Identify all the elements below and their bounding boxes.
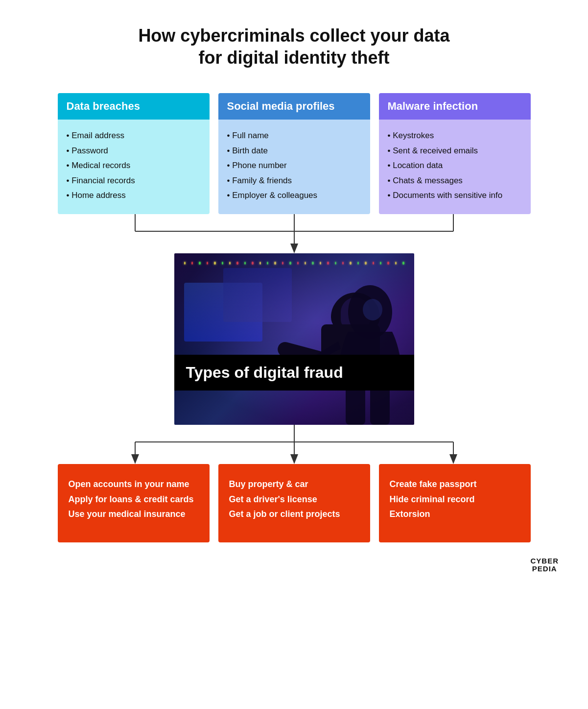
social-media-body: Full name Birth date Phone number Family…: [218, 120, 370, 214]
hacker-svg: [297, 283, 404, 425]
main-title: How cybercriminals collect your data for…: [138, 24, 449, 69]
svg-marker-16: [290, 454, 298, 464]
data-breaches-box: Data breaches Email address Password Med…: [58, 93, 210, 214]
social-media-header: Social media profiles: [218, 93, 370, 120]
list-item: Phone number: [227, 158, 361, 173]
cyberpedia-logo: CYBER PEDIA: [530, 557, 559, 573]
property-fraud-box: Buy property & car Get a driver's licens…: [218, 464, 370, 542]
list-item: Home address: [67, 188, 201, 203]
list-item: Family & friends: [227, 173, 361, 189]
logo-line2: PEDIA: [530, 565, 559, 573]
data-breaches-body: Email address Password Medical records F…: [58, 120, 210, 214]
fraud-item: Create fake passport: [390, 477, 520, 492]
list-item: Employer & colleagues: [227, 188, 361, 203]
list-item: Medical records: [67, 158, 201, 173]
list-item: Birth date: [227, 144, 361, 159]
list-item: Chats & messages: [388, 173, 522, 189]
bottom-boxes-section: Open accounts in your name Apply for loa…: [20, 464, 568, 542]
list-item: Sent & received emails: [388, 144, 522, 159]
list-item: Password: [67, 144, 201, 159]
data-breaches-header: Data breaches: [58, 93, 210, 120]
list-item: Full name: [227, 128, 361, 144]
logo-line1: CYBER: [530, 557, 559, 565]
malware-header: Malware infection: [379, 93, 531, 120]
svg-point-9: [363, 299, 382, 320]
list-item: Financial records: [67, 173, 201, 189]
connector-bottom-svg: [59, 425, 529, 464]
list-item: Keystrokes: [388, 128, 522, 144]
top-boxes-section: Data breaches Email address Password Med…: [20, 93, 568, 214]
fraud-item: Apply for loans & credit cards: [69, 492, 199, 507]
identity-fraud-box: Create fake passport Hide criminal recor…: [379, 464, 531, 542]
top-connector: [20, 214, 568, 253]
bottom-connector: [20, 425, 568, 464]
fraud-item: Buy property & car: [229, 477, 359, 492]
hacker-image: Types of digital fraud: [174, 253, 414, 425]
fraud-label-overlay: Types of digital fraud: [174, 355, 414, 391]
fraud-item: Get a driver's license: [229, 492, 359, 507]
list-item: Email address: [67, 128, 201, 144]
fraud-label-text: Types of digital fraud: [186, 364, 343, 381]
fraud-item: Extorsion: [390, 507, 520, 522]
financial-fraud-box: Open accounts in your name Apply for loa…: [58, 464, 210, 542]
fraud-item: Get a job or client projects: [229, 507, 359, 522]
list-item: Documents with sensitive info: [388, 188, 522, 203]
svg-marker-17: [449, 454, 457, 464]
social-media-box: Social media profiles Full name Birth da…: [218, 93, 370, 214]
connector-top-svg: [59, 214, 529, 253]
page-container: How cybercriminals collect your data for…: [0, 0, 588, 593]
fraud-item: Open accounts in your name: [69, 477, 199, 492]
fraud-item: Use your medical insurance: [69, 507, 199, 522]
malware-box: Malware infection Keystrokes Sent & rece…: [379, 93, 531, 214]
fraud-item: Hide criminal record: [390, 492, 520, 507]
svg-marker-15: [131, 454, 139, 464]
list-item: Location data: [388, 158, 522, 173]
malware-body: Keystrokes Sent & received emails Locati…: [379, 120, 531, 214]
svg-marker-5: [290, 244, 298, 253]
